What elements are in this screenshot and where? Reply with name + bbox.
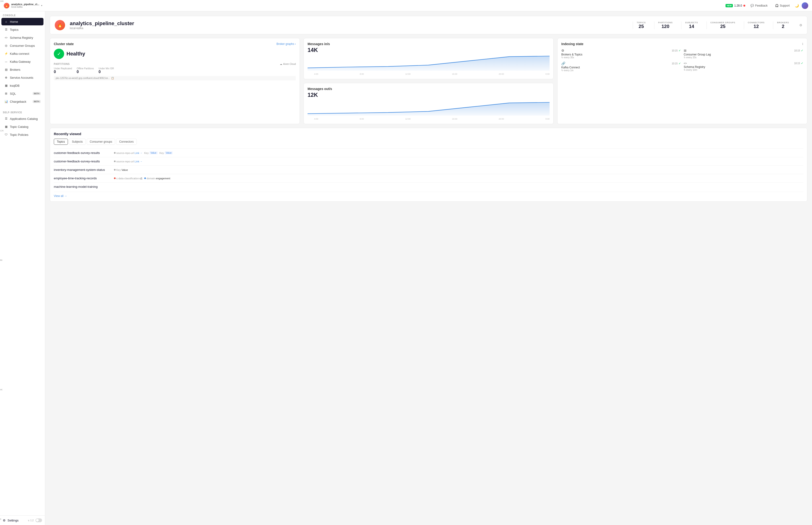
stat-consumer-groups: CONSUMER GROUPS 25 — [706, 21, 739, 29]
stat-topics-label: TOPICS — [637, 21, 646, 24]
indexing-item-kafka-connect: 🔗 10:15 ✓ Kafka Connect ↻ every 1m — [561, 62, 681, 72]
sr-freq: ↻ every 10m — [684, 69, 803, 71]
under-replicated-label: Under Replicated — [54, 67, 72, 70]
sidebar-item-kafka-gateway[interactable]: — Kafka Gateway — [1, 58, 44, 65]
cluster-logo: 🔥 — [55, 20, 65, 30]
self-service-section-label: SELF-SERVICE — [0, 108, 45, 115]
sidebar-item-sql[interactable]: ⊞ SQL BETA — [1, 90, 44, 97]
topic-row-3[interactable]: inventory-management-system-status Key V… — [54, 165, 803, 174]
layout: CONSOLE ⌂ Home ☰ Topics <> Schema Regist… — [0, 11, 812, 525]
cluster-title-block: analytics_pipeline_cluster local-kafka — [70, 20, 134, 30]
navbar: 🔥 analytics_pipeline_cl... local-kafka ▾… — [0, 0, 812, 11]
partitions-label: PARTITIONS — [54, 63, 70, 65]
indexing-kc-header: 🔗 10:15 ✓ — [561, 62, 681, 65]
sidebar-item-home[interactable]: ⌂ Home — [1, 18, 44, 25]
recently-viewed-title: Recently viewed — [54, 132, 803, 136]
chart-x-labels-in: 4:00 8:00 12:00 16:00 20:00 0:00 — [308, 73, 550, 75]
stat-partitions-label: PARTITIONS — [658, 21, 673, 24]
sidebar-schema-label: Schema Registry — [10, 36, 33, 40]
cluster-state-header: Cluster state Broker graphs › — [54, 42, 296, 46]
topic-name-5: machine-learning-model-training — [54, 185, 110, 189]
copy-icon: 📋 — [111, 77, 114, 79]
under-min-isr-value: 0 — [98, 70, 114, 74]
sidebar-topics-label: Topics — [10, 28, 18, 31]
sidebar-item-kafka-connect[interactable]: ⚡ Kafka connect — [1, 50, 44, 57]
sidebar-item-chargeback[interactable]: 📊 Chargeback BETA — [1, 98, 44, 105]
cluster-settings-icon[interactable]: ⚙ — [799, 23, 802, 27]
cluster-logo-icon: 🔥 — [57, 22, 62, 28]
tag-arrow-1: → — [140, 152, 142, 154]
view-all-label: View all → — [54, 194, 67, 198]
tag-dot-red-4 — [114, 177, 116, 179]
navbar-cluster-sub: local-kafka — [11, 6, 39, 8]
messages-in-chart: 16K 12K 8K 4K 0 — [308, 55, 550, 75]
sidebar-item-topic-catalog[interactable]: ▦ Topic Catalog — [1, 123, 44, 131]
brokers-topics-name: Brokers & Topics — [561, 53, 681, 56]
topic-name-3: inventory-management-system-status — [54, 168, 110, 171]
stat-consumer-groups-label: CONSUMER GROUPS — [710, 21, 735, 24]
topic-row-5[interactable]: machine-learning-model-training — [54, 182, 803, 191]
sidebar-item-consumer-groups[interactable]: ◎ Consumer Groups — [1, 42, 44, 49]
sidebar-topic-policies-label: Topic Policies — [10, 133, 28, 137]
tab-topics[interactable]: Topics — [54, 139, 68, 145]
sidebar-item-topic-policies[interactable]: 🛡 Topic Policies — [1, 131, 44, 138]
tab-subjects[interactable]: Subjects — [69, 139, 86, 145]
settings-label[interactable]: Settings — [7, 519, 18, 522]
tab-consumer-groups[interactable]: Consumer groups — [87, 139, 115, 145]
sidebar-service-accounts-label: Service Accounts — [10, 76, 33, 79]
cluster-state-card: Cluster state Broker graphs › ✓ Healthy … — [50, 38, 300, 124]
tab-connectors[interactable]: Connectors — [116, 139, 137, 145]
aiven-cloud-label: ☁ Aiven Cloud — [280, 63, 296, 65]
sidebar-item-brokers[interactable]: ▤ Brokers — [1, 66, 44, 73]
cgl-check: ✓ — [801, 49, 803, 52]
user-avatar[interactable] — [802, 2, 808, 9]
messages-out-title: Messages out/s — [308, 87, 550, 91]
navbar-brand[interactable]: 🔥 analytics_pipeline_cl... local-kafka ▾ — [4, 3, 42, 9]
sidebar-toggle[interactable] — [35, 519, 42, 522]
partitions-header: PARTITIONS ☁ Aiven Cloud — [54, 63, 296, 65]
sidebar-sql-label: SQL — [10, 92, 16, 95]
sr-check: ✓ — [801, 62, 803, 65]
feedback-button[interactable]: 💬 Feedback — [748, 3, 770, 9]
consumer-group-lag-icon: ⊞ — [684, 49, 687, 52]
broker-graphs-link[interactable]: Broker graphs › — [277, 42, 296, 46]
dark-mode-toggle[interactable]: 🌙 — [795, 4, 799, 7]
sidebar-item-service-accounts[interactable]: ⊕ Service Accounts — [1, 74, 44, 81]
support-button[interactable]: 🎧 Support — [773, 3, 792, 9]
feedback-icon: 💬 — [750, 4, 754, 7]
messages-in-value: 14K — [308, 47, 550, 53]
connection-url[interactable]: pkc-12576z.us-west2.gcp.confluent.cloud:… — [54, 76, 296, 80]
view-all-link[interactable]: View all → — [54, 192, 803, 198]
stat-brokers-value: 2 — [777, 24, 789, 29]
topic-row-1[interactable]: customer-feedback-survey-results source-… — [54, 149, 803, 157]
indexing-state-card: Indexing state ℹ ⚙ 10:15 ✓ Brokers & — [557, 38, 807, 124]
offline-stat: Offline Partitions 0 — [77, 67, 94, 74]
stat-subjects-value: 14 — [685, 24, 698, 29]
sr-time: 10:15 — [794, 62, 800, 65]
brokers-topics-freq: ↻ every 30s — [561, 56, 681, 59]
chargeback-beta-badge: BETA — [33, 100, 41, 103]
sidebar-item-topics[interactable]: ☰ Topics — [1, 26, 44, 33]
messages-out-card: Messages out/s 12K 16K 12K 8K 4K 0 — [304, 83, 554, 124]
stat-subjects: SUBJECTS 14 — [681, 21, 702, 29]
brokers-topics-icon: ⚙ — [561, 49, 564, 52]
headphones-icon: 🎧 — [775, 4, 779, 7]
stat-topics: TOPICS 25 — [633, 21, 649, 29]
sidebar-item-schema-registry[interactable]: <> Schema Registry — [1, 34, 44, 41]
kafka-connect-index-icon: 🔗 — [561, 62, 565, 65]
indexing-item-schema-registry: <> 10:15 ✓ Schema Registry ↻ every 10m — [684, 62, 803, 72]
sidebar-home-label: Home — [10, 20, 18, 24]
partition-stats: Under Replicated 0 Offline Partitions 0 … — [54, 67, 296, 74]
tag-classification-4: c-data-classification c1 — [114, 177, 142, 180]
cloud-icon: ☁ — [280, 63, 282, 65]
sidebar-item-applications-catalog[interactable]: ☰ Applications Catalog — [1, 115, 44, 122]
tag-source-repo-url-2: source-repo-url Link → — [114, 160, 142, 163]
sidebar-item-ksqldb[interactable]: ▦ ksqlDB — [1, 82, 44, 89]
sidebar-applications-catalog-label: Applications Catalog — [10, 117, 38, 121]
cluster-state-title: Cluster state — [54, 42, 74, 46]
healthy-badge: ✓ Healthy — [54, 49, 296, 59]
topic-row-4[interactable]: employee-time-tracking-records c-data-cl… — [54, 174, 803, 182]
topic-row-2[interactable]: customer-feedback-survey-results source-… — [54, 157, 803, 165]
sidebar: CONSOLE ⌂ Home ☰ Topics <> Schema Regist… — [0, 11, 45, 525]
topic-tags-1: source-repo-url Link → Key Value Key Val… — [114, 151, 173, 154]
